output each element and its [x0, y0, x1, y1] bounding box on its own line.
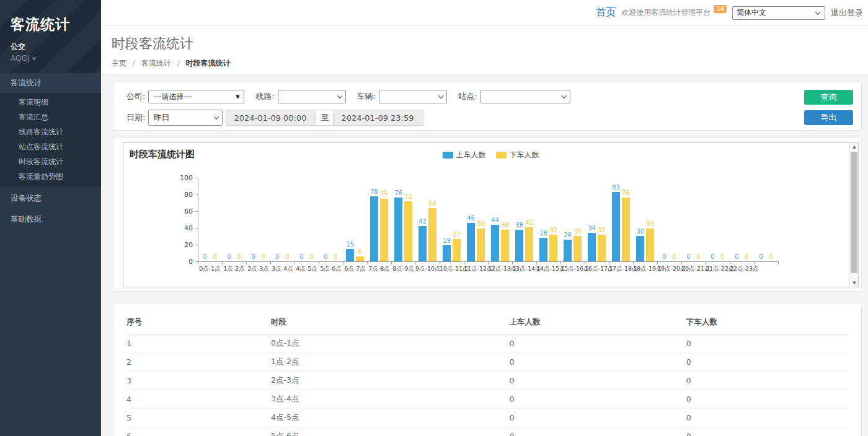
table-cell: 0 — [686, 334, 849, 353]
start-datetime-input[interactable]: 2024-01-09 00:00 — [226, 110, 316, 126]
bar-下车人数-7 — [380, 199, 388, 261]
sidebar-subitem-0-5[interactable]: 客流量趋势图 — [0, 169, 101, 184]
x-axis-label-15: 15点-16点 — [560, 265, 585, 273]
table-row: 43点-4点00 — [126, 390, 849, 409]
breadcrumb-section[interactable]: 客流统计 — [141, 59, 171, 68]
table-col-header-3: 下车人数 — [686, 312, 849, 334]
account-dropdown[interactable]: AQGJ — [11, 54, 101, 63]
table-cell: 0点-1点 — [271, 334, 509, 353]
x-tick-mark — [585, 262, 585, 264]
table-header-row: 序号时段上车人数下车人数 — [126, 312, 849, 334]
table-row: 21点-2点00 — [126, 353, 849, 372]
query-button[interactable]: 查询 — [804, 90, 853, 105]
chevron-down-icon — [438, 94, 443, 98]
x-tick-mark — [319, 262, 319, 264]
x-axis-label-2: 2点-3点 — [246, 265, 270, 273]
hourly-stats-table: 序号时段上车人数下车人数 10点-1点0021点-2点0032点-3点0043点… — [126, 312, 849, 436]
x-tick-mark — [609, 262, 609, 264]
x-tick-mark — [754, 262, 755, 264]
sidebar-menu: 客流统计客流明细客流汇总线路客流统计站点客流统计时段客流统计客流量趋势图设备状态… — [0, 73, 101, 229]
breadcrumb-home[interactable]: 主页 — [112, 59, 126, 68]
bar-value-label: 41 — [519, 219, 540, 226]
sidebar-subitem-0-3[interactable]: 站点客流统计 — [0, 139, 101, 154]
breadcrumb-current: 时段客流统计 — [185, 59, 230, 68]
x-tick-mark — [367, 262, 368, 264]
bar-value-label: 0 — [761, 253, 782, 260]
bar-上车人数-10 — [443, 245, 451, 261]
table-cell: 3 — [126, 372, 271, 390]
sidebar-subitem-0-2[interactable]: 线路客流统计 — [0, 124, 101, 139]
line-label: 线路: — [255, 91, 274, 102]
bar-下车人数-17 — [622, 198, 630, 261]
x-axis-label-3: 3点-4点 — [270, 265, 294, 273]
filter-buttons: 查询 导出 — [804, 90, 853, 125]
sidebar-subitem-0-1[interactable]: 客流汇总 — [0, 110, 101, 124]
x-axis-label-14: 14点-15点 — [536, 265, 560, 273]
bar-下车人数-9 — [428, 208, 436, 261]
table-row: 65点-6点00 — [126, 427, 849, 436]
y-tick-label: 40 — [168, 224, 193, 232]
bar-上车人数-16 — [588, 233, 596, 261]
x-axis-label-8: 8点-9点 — [391, 265, 415, 273]
legend-item-0[interactable]: 上车人数 — [443, 150, 486, 160]
bar-下车人数-13 — [525, 227, 533, 261]
chart-scrollbar[interactable]: ▲ ▼ — [849, 143, 858, 287]
vehicle-select[interactable] — [379, 90, 447, 103]
table-cell: 0 — [686, 353, 849, 372]
line-select[interactable] — [278, 90, 346, 103]
end-datetime-input[interactable]: 2024-01-09 23:59 — [333, 110, 423, 126]
bar-下车人数-15 — [574, 236, 582, 261]
table-cell: 2点-3点 — [271, 372, 509, 390]
sidebar-item-0[interactable]: 客流统计 — [0, 73, 101, 93]
y-tick-label: 20 — [168, 241, 193, 249]
welcome-text: 欢迎使用客流统计管理平台 — [621, 7, 711, 18]
org-label: 公交 — [11, 41, 101, 52]
sidebar-subitem-0-0[interactable]: 客流明细 — [0, 95, 101, 110]
table-cell: 4 — [126, 390, 271, 409]
bar-下车人数-8 — [404, 201, 412, 261]
sidebar: 客流统计 公交 AQGJ 客流统计客流明细客流汇总线路客流统计站点客流统计时段客… — [0, 0, 101, 436]
bar-上车人数-9 — [418, 226, 427, 261]
company-select[interactable]: ---请选择--- ▼ — [148, 90, 244, 103]
x-axis-label-5: 5点-6点 — [319, 265, 343, 273]
home-link[interactable]: 首页 — [596, 6, 616, 19]
table-cell: 6 — [126, 427, 271, 436]
bar-下车人数-18 — [646, 229, 654, 261]
chart-panel: 时段车流统计图 上车人数下车人数 020406080100000点-1点001点… — [113, 137, 862, 292]
x-tick-mark — [560, 262, 561, 264]
topbar: 首页 欢迎使用客流统计管理平台 34 简体中文 退出登录 — [101, 0, 868, 26]
chevron-down-icon — [561, 94, 566, 98]
sidebar-subitem-0-4[interactable]: 时段客流统计 — [0, 154, 101, 169]
export-button[interactable]: 导出 — [804, 110, 853, 125]
chevron-down-icon: ▼ — [236, 94, 239, 100]
chevron-down-icon — [815, 9, 820, 14]
date-preset-select[interactable]: 昨日 — [148, 110, 223, 126]
legend-swatch-icon — [496, 152, 507, 159]
breadcrumb-separator: / — [133, 59, 135, 68]
table-cell: 0 — [686, 427, 849, 436]
table-panel: 序号时段上车人数下车人数 10点-1点0021点-2点0032点-3点0043点… — [113, 303, 862, 436]
sidebar-item-1[interactable]: 设备状态 — [0, 188, 101, 208]
scroll-up-icon[interactable]: ▲ — [850, 143, 859, 150]
legend-item-1[interactable]: 下车人数 — [496, 150, 539, 160]
bar-下车人数-6 — [356, 256, 364, 261]
table-cell: 1点-2点 — [271, 353, 509, 372]
bar-上车人数-17 — [612, 192, 620, 261]
table-cell: 5点-6点 — [271, 427, 509, 436]
bar-下车人数-14 — [549, 235, 557, 261]
sidebar-item-2[interactable]: 基础数据 — [0, 209, 101, 229]
company-label: 公司: — [126, 91, 145, 102]
table-cell: 4点-5点 — [271, 409, 509, 427]
breadcrumb: 主页 / 客流统计 / 时段客流统计 — [112, 58, 868, 69]
logout-link[interactable]: 退出登录 — [831, 7, 863, 19]
table-cell: 2 — [126, 353, 271, 372]
bar-上车人数-13 — [515, 230, 523, 261]
station-select[interactable] — [480, 90, 570, 103]
scrollbar-thumb[interactable] — [851, 152, 857, 273]
scroll-down-icon[interactable]: ▼ — [850, 279, 859, 287]
language-select[interactable]: 简体中文 — [732, 6, 825, 20]
bar-上车人数-15 — [564, 240, 572, 261]
x-tick-mark — [706, 262, 706, 264]
filter-row-1: 公司: ---请选择--- ▼ 线路: 车辆: 站点: — [126, 89, 849, 105]
filter-row-2: 日期: 昨日 2024-01-09 00:00 至 2024-01-09 23:… — [126, 110, 849, 126]
